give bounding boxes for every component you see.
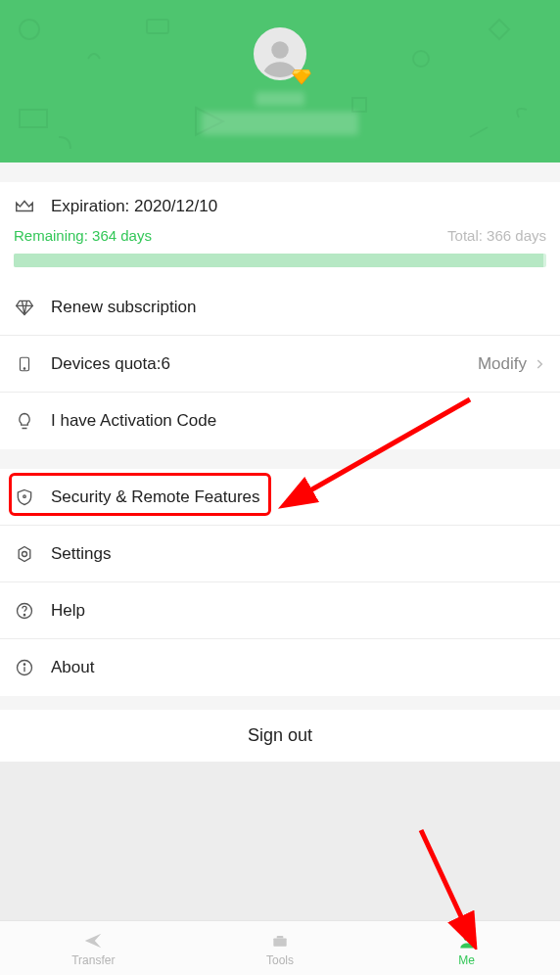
modify-link[interactable]: Modify (478, 354, 546, 374)
expiration-label: Expiration: 2020/12/10 (51, 197, 217, 216)
vip-diamond-icon (291, 65, 312, 86)
activation-code-row[interactable]: I have Activation Code (0, 393, 560, 449)
renew-label: Renew subscription (51, 298, 546, 317)
svg-rect-15 (273, 938, 286, 946)
expiration-progress-fill (14, 254, 543, 267)
svg-point-2 (413, 51, 429, 67)
gear-icon (14, 543, 35, 565)
devices-quota-row[interactable]: Devices quota:6 Modify (0, 336, 560, 393)
tab-label: Me (458, 953, 475, 967)
shield-icon (14, 487, 35, 508)
tab-label: Tools (266, 953, 294, 967)
activation-label: I have Activation Code (51, 411, 546, 431)
security-label: Security & Remote Features (51, 488, 546, 507)
help-row[interactable]: Help (0, 582, 560, 639)
tab-me[interactable]: Me (373, 921, 560, 975)
obscured-text-1 (256, 92, 304, 106)
section-gap (0, 449, 560, 469)
sign-out-button[interactable]: Sign out (0, 710, 560, 762)
crown-icon (14, 196, 35, 217)
diamond-icon (14, 297, 35, 318)
subscription-section: Renew subscription Devices quota:6 Modif… (0, 279, 560, 449)
remaining-days: Remaining: 364 days (14, 227, 152, 244)
device-icon (14, 353, 35, 375)
svg-point-14 (23, 664, 24, 665)
obscured-text-2 (202, 112, 358, 135)
tools-icon (269, 930, 291, 952)
renew-subscription-row[interactable]: Renew subscription (0, 279, 560, 336)
expiration-block: Expiration: 2020/12/10 Remaining: 364 da… (0, 182, 560, 279)
svg-point-0 (20, 20, 39, 39)
lightbulb-icon (14, 410, 35, 432)
svg-rect-1 (147, 20, 168, 33)
header-doodle-bg (0, 0, 560, 162)
section-gap (0, 162, 560, 182)
svg-point-3 (271, 41, 289, 59)
tab-tools[interactable]: Tools (187, 921, 374, 975)
total-days: Total: 366 days (447, 227, 546, 244)
settings-row[interactable]: Settings (0, 526, 560, 582)
bottom-nav: Transfer Tools Me (0, 920, 560, 975)
svg-point-10 (23, 551, 27, 556)
svg-point-12 (23, 614, 24, 615)
svg-point-9 (23, 494, 26, 497)
svg-rect-16 (277, 936, 284, 939)
tab-label: Transfer (71, 953, 115, 967)
transfer-icon (82, 930, 104, 952)
about-label: About (51, 658, 546, 677)
tab-transfer[interactable]: Transfer (0, 921, 187, 975)
svg-point-8 (23, 367, 25, 369)
devices-quota-label: Devices quota:6 (51, 354, 478, 374)
me-icon (456, 930, 478, 952)
help-icon (14, 600, 35, 622)
help-label: Help (51, 601, 546, 621)
svg-point-17 (463, 934, 470, 941)
chevron-right-icon (533, 357, 546, 371)
expiration-progress (14, 254, 546, 267)
about-row[interactable]: About (0, 639, 560, 696)
section-gap (0, 696, 560, 710)
info-icon (14, 657, 35, 678)
settings-label: Settings (51, 544, 546, 564)
profile-header (0, 0, 560, 162)
security-remote-row[interactable]: Security & Remote Features (0, 469, 560, 526)
menu-section: Security & Remote Features Settings Help… (0, 469, 560, 696)
avatar-container[interactable] (254, 27, 306, 80)
